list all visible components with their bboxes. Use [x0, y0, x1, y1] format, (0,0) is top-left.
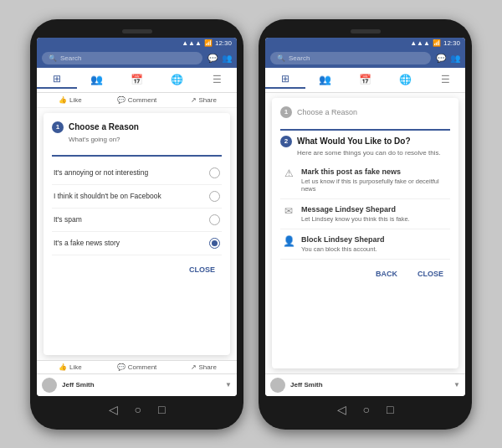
- search-placeholder-left: Search: [60, 54, 81, 62]
- radio-1[interactable]: [209, 167, 220, 178]
- back-nav-left[interactable]: ◁: [109, 403, 118, 416]
- people-icon[interactable]: 👥: [222, 54, 232, 63]
- step1-inactive: 1 Choose a Reason: [280, 106, 450, 121]
- friends-icon-right: 👥: [319, 74, 331, 85]
- divider-left: [52, 155, 222, 157]
- dropdown-icon-right: ▼: [453, 381, 460, 389]
- share-label: Share: [199, 96, 217, 104]
- option-row-1[interactable]: It's annoying or not interesting: [52, 162, 222, 185]
- phone-speaker-left: [122, 29, 152, 33]
- comment-action[interactable]: 💬 Comment: [104, 96, 171, 104]
- signal-icon-right: ▲▲▲: [410, 39, 430, 47]
- calendar-icon: 📅: [131, 74, 143, 85]
- radio-3[interactable]: [209, 214, 220, 225]
- radio-4-selected[interactable]: [209, 238, 220, 249]
- comment-label-bottom: Comment: [128, 363, 157, 371]
- search-bar-right[interactable]: 🔍 Search: [270, 52, 431, 64]
- modal-card-right: 1 Choose a Reason 2 What Would You Like …: [272, 98, 458, 368]
- signal-icon: ▲▲▲: [182, 39, 202, 47]
- action-bar-left: 👍 Like 💬 Comment ↗ Share: [37, 93, 237, 108]
- nav-calendar[interactable]: 📅: [117, 72, 157, 88]
- divider-right: [280, 129, 450, 131]
- action-text-2: Message Lindsey Shepard Let Lindsey know…: [301, 205, 410, 223]
- step1r-header: 1 Choose a Reason: [280, 106, 450, 118]
- right-phone-screen: ▲▲▲ 📶 12:30 🔍 Search 💬 👥 ⊞: [265, 38, 465, 396]
- nav-friends-right[interactable]: 👥: [305, 72, 346, 88]
- like-icon: 👍: [59, 96, 67, 104]
- fb-header-left: 🔍 Search 💬 👥: [37, 49, 237, 68]
- home-nav-right[interactable]: ○: [363, 403, 370, 416]
- time-left: 12:30: [215, 39, 232, 47]
- left-phone: ▲▲▲ 📶 12:30 🔍 Search 💬 👥 ⊞: [30, 19, 243, 430]
- comment-label: Comment: [128, 96, 157, 104]
- nav-calendar-right[interactable]: 📅: [346, 72, 386, 88]
- radio-2[interactable]: [209, 191, 220, 202]
- status-bar-left: ▲▲▲ 📶 12:30: [37, 38, 237, 49]
- action-text-3: Block Lindsey Shepard You can block this…: [301, 235, 385, 253]
- action-text-1: Mark this post as fake news Let us know …: [301, 167, 448, 193]
- modal-overlay-left: 1 Choose a Reason What's going on? It's …: [37, 108, 237, 360]
- like-action[interactable]: 👍 Like: [37, 96, 104, 104]
- option-row-3[interactable]: It's spam: [52, 209, 222, 232]
- nav-globe-right[interactable]: 🌐: [385, 72, 425, 88]
- home-icon-right: ⊞: [281, 73, 289, 85]
- right-phone: ▲▲▲ 📶 12:30 🔍 Search 💬 👥 ⊞: [259, 19, 472, 430]
- share-action-bottom[interactable]: ↗ Share: [170, 363, 237, 371]
- close-button-right[interactable]: CLOSE: [411, 266, 450, 281]
- option-row-2[interactable]: I think it shouldn't be on Facebook: [52, 185, 222, 209]
- action-title-1: Mark this post as fake news: [301, 167, 448, 176]
- bottom-action-bar-left: 👍 Like 💬 Comment ↗ Share: [37, 360, 237, 373]
- nav-menu[interactable]: ☰: [197, 72, 237, 88]
- like-label-bottom: Like: [69, 363, 82, 371]
- action-option-3[interactable]: 👤 Block Lindsey Shepard You can block th…: [280, 229, 450, 260]
- search-icon-right: 🔍: [277, 54, 285, 62]
- option-row-4[interactable]: It's a fake news story: [52, 232, 222, 255]
- nav-globe[interactable]: 🌐: [156, 72, 197, 88]
- action-desc-3: You can block this account.: [301, 245, 385, 253]
- search-placeholder-right: Search: [289, 54, 310, 62]
- action-option-1[interactable]: ⚠ Mark this post as fake news Let us kno…: [280, 162, 450, 199]
- nav-menu-right[interactable]: ☰: [425, 72, 465, 88]
- step1r-title: Choose a Reason: [297, 108, 357, 116]
- header-icons-left: 💬 👥: [207, 54, 232, 63]
- friends-icon: 👥: [90, 74, 103, 85]
- recent-nav-left[interactable]: □: [158, 403, 165, 416]
- phone-speaker-right: [351, 29, 381, 33]
- option-label-2: I think it shouldn't be on Facebook: [54, 192, 161, 200]
- phone-top-bar-right: [265, 29, 465, 33]
- nav-home-right[interactable]: ⊞: [265, 71, 305, 89]
- share-action[interactable]: ↗ Share: [170, 96, 237, 104]
- modal-card-left: 1 Choose a Reason What's going on? It's …: [44, 113, 230, 355]
- home-icon: ⊞: [53, 73, 61, 85]
- step1-subtitle: What's going on?: [69, 136, 222, 143]
- share-label-bottom: Share: [199, 363, 217, 371]
- comment-icon: 💬: [117, 96, 126, 104]
- search-bar-left[interactable]: 🔍 Search: [42, 52, 202, 64]
- step2-title: What Would You Like to Do?: [297, 136, 411, 146]
- comment-action-bottom[interactable]: 💬 Comment: [104, 363, 171, 371]
- back-button[interactable]: BACK: [369, 266, 404, 281]
- messenger-icon[interactable]: 💬: [207, 54, 218, 63]
- back-close-container: BACK CLOSE: [369, 266, 450, 281]
- nav-home[interactable]: ⊞: [37, 71, 77, 89]
- step1-title: Choose a Reason: [69, 122, 139, 131]
- back-nav-right[interactable]: ◁: [337, 403, 346, 416]
- nav-friends[interactable]: 👥: [77, 72, 117, 88]
- recent-nav-right[interactable]: □: [387, 403, 393, 416]
- share-icon: ↗: [191, 96, 197, 104]
- time-right: 12:30: [443, 39, 460, 47]
- step1-number: 1: [52, 121, 64, 133]
- user-name-left: Jeff Smith: [62, 381, 95, 389]
- home-nav-left[interactable]: ○: [135, 403, 141, 416]
- header-icons-right: 💬 👥: [436, 54, 460, 63]
- phones-container: ▲▲▲ 📶 12:30 🔍 Search 💬 👥 ⊞: [30, 19, 472, 430]
- globe-icon: 🌐: [171, 74, 183, 85]
- status-bar-right: ▲▲▲ 📶 12:30: [265, 38, 465, 49]
- people-icon-right[interactable]: 👥: [450, 54, 460, 63]
- close-button-left[interactable]: CLOSE: [182, 262, 222, 277]
- action-option-2[interactable]: ✉ Message Lindsey Shepard Let Lindsey kn…: [280, 199, 450, 229]
- step2-number: 2: [280, 136, 292, 147]
- messenger-icon-right[interactable]: 💬: [436, 54, 446, 63]
- like-action-bottom[interactable]: 👍 Like: [37, 363, 104, 371]
- share-icon-bottom: ↗: [191, 363, 197, 371]
